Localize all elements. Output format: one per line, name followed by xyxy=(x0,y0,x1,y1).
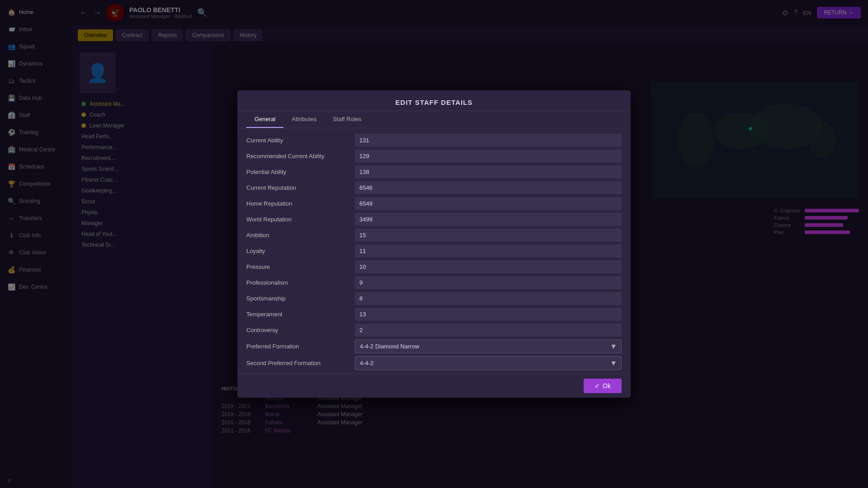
input-current-ability[interactable] xyxy=(355,134,622,147)
select-wrapper-preferred: 4-4-2 Diamond Narrow 4-4-2 4-3-3 4-2-3-1… xyxy=(355,339,622,353)
input-ambition[interactable] xyxy=(355,229,622,242)
input-sportsmanship[interactable] xyxy=(355,292,622,305)
modal-tab-staffroles[interactable]: Staff Roles xyxy=(325,111,369,128)
input-current-reputation[interactable] xyxy=(355,181,622,194)
modal-backdrop: EDIT STAFF DETAILS General Attributes St… xyxy=(0,0,868,488)
label-temperament: Temperament xyxy=(246,311,355,318)
edit-staff-modal: EDIT STAFF DETAILS General Attributes St… xyxy=(237,90,631,398)
ok-label: Ok xyxy=(603,382,611,389)
label-pressure: Pressure xyxy=(246,263,355,270)
label-loyalty: Loyalty xyxy=(246,248,355,254)
modal-tab-general[interactable]: General xyxy=(246,111,283,128)
field-recommended-ability: Recommended Current Ability xyxy=(246,150,622,163)
modal-footer: ✓ Ok xyxy=(237,374,631,398)
modal-tabs: General Attributes Staff Roles xyxy=(237,111,631,128)
select-wrapper-second: 4-4-2 4-3-3 4-2-3-1 ▼ xyxy=(355,356,622,370)
input-loyalty[interactable] xyxy=(355,244,622,258)
field-preferred-formation: Preferred Formation 4-4-2 Diamond Narrow… xyxy=(246,339,622,353)
ok-check-icon: ✓ xyxy=(594,382,600,389)
input-pressure[interactable] xyxy=(355,260,622,273)
label-sportsmanship: Sportsmanship xyxy=(246,295,355,302)
field-potential-ability: Potential Ability xyxy=(246,165,622,178)
label-controversy: Controversy xyxy=(246,327,355,333)
field-controversy: Controversy xyxy=(246,324,622,337)
label-second-preferred-formation: Second Preferred Formation xyxy=(246,360,355,366)
field-ambition: Ambition xyxy=(246,229,622,242)
label-world-reputation: World Reputation xyxy=(246,216,355,223)
field-world-reputation: World Reputation xyxy=(246,213,622,226)
field-current-reputation: Current Reputation xyxy=(246,181,622,194)
label-current-ability: Current Ability xyxy=(246,137,355,144)
input-recommended-ability[interactable] xyxy=(355,150,622,163)
input-world-reputation[interactable] xyxy=(355,213,622,226)
select-preferred-formation[interactable]: 4-4-2 Diamond Narrow 4-4-2 4-3-3 4-2-3-1 xyxy=(355,339,622,353)
input-home-reputation[interactable] xyxy=(355,197,622,210)
label-current-reputation: Current Reputation xyxy=(246,184,355,191)
field-current-ability: Current Ability xyxy=(246,134,622,147)
field-professionalism: Professionalism xyxy=(246,276,622,289)
field-pressure: Pressure xyxy=(246,260,622,273)
ok-button[interactable]: ✓ Ok xyxy=(584,379,622,393)
label-preferred-formation: Preferred Formation xyxy=(246,343,355,350)
modal-body: Current Ability Recommended Current Abil… xyxy=(237,128,631,374)
field-second-preferred-formation: Second Preferred Formation 4-4-2 4-3-3 4… xyxy=(246,356,622,370)
modal-title: EDIT STAFF DETAILS xyxy=(237,90,631,111)
label-potential-ability: Potential Ability xyxy=(246,169,355,175)
input-controversy[interactable] xyxy=(355,324,622,337)
field-loyalty: Loyalty xyxy=(246,244,622,258)
field-temperament: Temperament xyxy=(246,308,622,321)
input-potential-ability[interactable] xyxy=(355,165,622,178)
modal-tab-attributes[interactable]: Attributes xyxy=(283,111,325,128)
field-sportsmanship: Sportsmanship xyxy=(246,292,622,305)
select-second-formation[interactable]: 4-4-2 4-3-3 4-2-3-1 xyxy=(355,356,622,370)
input-temperament[interactable] xyxy=(355,308,622,321)
input-professionalism[interactable] xyxy=(355,276,622,289)
label-ambition: Ambition xyxy=(246,232,355,239)
label-home-reputation: Home Reputation xyxy=(246,200,355,207)
field-home-reputation: Home Reputation xyxy=(246,197,622,210)
label-recommended-ability: Recommended Current Ability xyxy=(246,153,355,160)
label-professionalism: Professionalism xyxy=(246,279,355,286)
